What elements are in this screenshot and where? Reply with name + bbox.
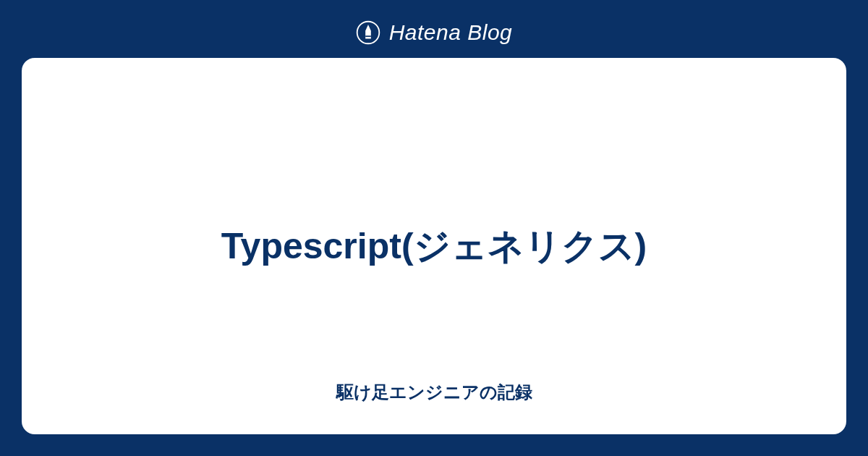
blog-name: 駆け足エンジニアの記録 — [336, 381, 532, 404]
brand-name: Hatena Blog — [389, 20, 513, 45]
content-card: Typescript(ジェネリクス) 駆け足エンジニアの記録 — [22, 58, 846, 434]
article-title: Typescript(ジェネリクス) — [221, 221, 647, 271]
hatena-pen-icon — [356, 20, 380, 45]
svg-rect-1 — [365, 35, 371, 37]
header: Hatena Blog — [356, 0, 513, 58]
